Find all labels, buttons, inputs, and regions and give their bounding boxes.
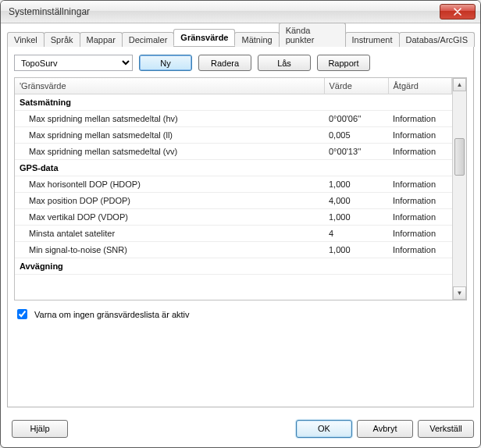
table-group[interactable]: Satsmätning: [15, 94, 452, 111]
scroll-up-arrow-icon[interactable]: ▲: [453, 78, 466, 91]
cell-label: Max position DOP (PDOP): [15, 193, 324, 209]
cell-label: Minsta antalet sateliter: [15, 226, 324, 242]
cell-value: 1,000: [324, 176, 388, 193]
scroll-track[interactable]: [453, 91, 466, 286]
group-label: GPS-data: [15, 160, 452, 176]
group-label: Avvägning: [15, 258, 452, 275]
cell-action: Information: [388, 226, 452, 242]
tab-m-tning[interactable]: Mätning: [234, 32, 279, 47]
table-scroll-area: 'Gränsvärde Värde Åtgärd SatsmätningMax …: [15, 78, 452, 300]
cell-label: Max spridning mellan satsmedeltal (ll): [15, 127, 324, 144]
rapport-button[interactable]: Rapport: [317, 55, 370, 71]
table-row[interactable]: Max vertikal DOP (VDOP)1,000Information: [15, 209, 452, 226]
cell-label: Max horisontell DOP (HDOP): [15, 176, 324, 193]
cell-value: 0°00'06'': [324, 111, 388, 127]
titlebar: Systeminställningar: [1, 1, 480, 23]
window-title: Systeminställningar: [9, 6, 440, 17]
threshold-table-container: 'Gränsvärde Värde Åtgärd SatsmätningMax …: [14, 77, 467, 300]
col-gransvarde[interactable]: 'Gränsvärde: [15, 78, 324, 94]
table-group[interactable]: Avvägning: [15, 258, 452, 275]
table-row[interactable]: Minsta antalet sateliter4Information: [15, 226, 452, 242]
close-button[interactable]: [440, 4, 476, 20]
tab-gr-nsv-rde[interactable]: Gränsvärde: [173, 29, 235, 46]
las-button[interactable]: Lås: [258, 55, 311, 71]
tab-spr-k[interactable]: Språk: [44, 32, 80, 47]
warn-checkbox-row: Varna om ingen gränsvärdeslista är aktiv: [14, 307, 467, 322]
col-varde[interactable]: Värde: [324, 78, 388, 94]
cell-label: Max vertikal DOP (VDOP): [15, 209, 324, 226]
table-group[interactable]: GPS-data: [15, 160, 452, 176]
cell-label: Min signal-to-noise (SNR): [15, 242, 324, 258]
cell-value: 1,000: [324, 242, 388, 258]
ok-button[interactable]: OK: [296, 420, 352, 438]
group-label: Satsmätning: [15, 94, 452, 111]
table-row[interactable]: Max horisontell DOP (HDOP)1,000Informati…: [15, 176, 452, 193]
vertical-scrollbar[interactable]: ▲ ▼: [452, 78, 466, 300]
dialog-button-row: Hjälp OK Avbryt Verkställ: [7, 418, 474, 439]
warn-active-label[interactable]: Varna om ingen gränsvärdeslista är aktiv: [34, 310, 190, 319]
tab-instrument[interactable]: Instrument: [345, 32, 400, 47]
close-icon: [454, 8, 461, 16]
cell-action: Information: [388, 111, 452, 127]
scroll-down-arrow-icon[interactable]: ▼: [453, 286, 466, 300]
cell-label: Max spridning mellan satsmedeltal (vv): [15, 144, 324, 160]
cell-action: Information: [388, 193, 452, 209]
cell-value: 4: [324, 226, 388, 242]
scroll-thumb[interactable]: [454, 138, 465, 176]
tab-decimaler[interactable]: Decimaler: [122, 32, 175, 47]
toolbar: TopoSurv Ny Radera Lås Rapport: [14, 55, 467, 71]
table-header-row: 'Gränsvärde Värde Åtgärd: [15, 78, 452, 94]
tab-k-nda-punkter[interactable]: Kända punkter: [279, 23, 346, 47]
settings-window: Systeminställningar VinkelSpråkMapparDec…: [0, 0, 481, 448]
table-row[interactable]: Min signal-to-noise (SNR)1,000Informatio…: [15, 242, 452, 258]
table-row[interactable]: Max spridning mellan satsmedeltal (hv)0°…: [15, 111, 452, 127]
cell-action: Information: [388, 127, 452, 144]
cell-value: 4,000: [324, 193, 388, 209]
tab-mappar[interactable]: Mappar: [80, 32, 123, 47]
radera-button[interactable]: Radera: [198, 55, 251, 71]
tab-databas-arcgis[interactable]: Databas/ArcGIS: [399, 32, 475, 47]
table-row[interactable]: Max spridning mellan satsmedeltal (ll)0,…: [15, 127, 452, 144]
tab-strip: VinkelSpråkMapparDecimalerGränsvärdeMätn…: [7, 29, 474, 47]
apply-button[interactable]: Verkställ: [418, 420, 474, 438]
cell-action: Information: [388, 176, 452, 193]
cell-action: Information: [388, 209, 452, 226]
cell-label: Max spridning mellan satsmedeltal (hv): [15, 111, 324, 127]
threshold-table: 'Gränsvärde Värde Åtgärd SatsmätningMax …: [15, 78, 452, 275]
cell-value: 0,005: [324, 127, 388, 144]
warn-active-checkbox[interactable]: [17, 309, 27, 319]
cell-value: 0°00'13'': [324, 144, 388, 160]
col-atgard[interactable]: Åtgärd: [388, 78, 452, 94]
cell-value: 1,000: [324, 209, 388, 226]
tab-vinkel[interactable]: Vinkel: [7, 32, 45, 47]
cancel-button[interactable]: Avbryt: [357, 420, 413, 438]
cell-action: Information: [388, 242, 452, 258]
cell-action: Information: [388, 144, 452, 160]
help-button[interactable]: Hjälp: [12, 420, 68, 438]
client-area: VinkelSpråkMapparDecimalerGränsvärdeMätn…: [7, 29, 474, 439]
tab-panel-gransvarde: TopoSurv Ny Radera Lås Rapport 'Gränsvär…: [7, 47, 474, 407]
ny-button[interactable]: Ny: [139, 55, 192, 71]
template-combo[interactable]: TopoSurv: [14, 55, 133, 71]
table-row[interactable]: Max position DOP (PDOP)4,000Information: [15, 193, 452, 209]
table-row[interactable]: Max spridning mellan satsmedeltal (vv)0°…: [15, 144, 452, 160]
